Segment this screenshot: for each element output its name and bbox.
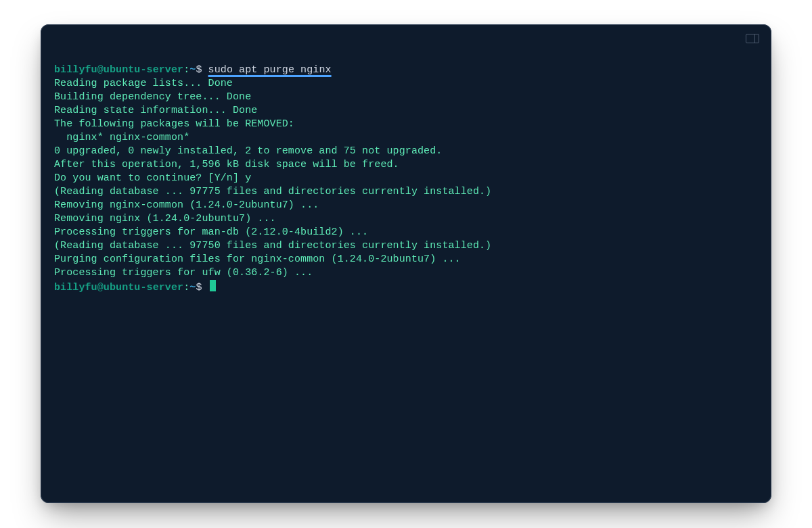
terminal-window[interactable]: billyfu@ubuntu-server:~$ sudo apt purge …: [41, 24, 771, 503]
prompt-host: ubuntu-server: [104, 282, 183, 293]
prompt-user: billyfu: [54, 282, 97, 293]
command-output: Reading package lists... Done Building d…: [54, 78, 491, 279]
prompt-symbol: $: [196, 282, 202, 293]
prompt-path: ~: [189, 282, 196, 293]
terminal-output[interactable]: billyfu@ubuntu-server:~$ sudo apt purge …: [54, 39, 758, 295]
prompt-user: billyfu: [54, 64, 97, 76]
cursor-icon: [210, 280, 216, 291]
prompt-path: ~: [189, 64, 196, 76]
prompt-host: ubuntu-server: [104, 64, 183, 76]
prompt-symbol: $: [196, 64, 202, 76]
panel-layout-icon: [746, 34, 759, 43]
typed-command: sudo apt purge nginx: [208, 64, 332, 76]
